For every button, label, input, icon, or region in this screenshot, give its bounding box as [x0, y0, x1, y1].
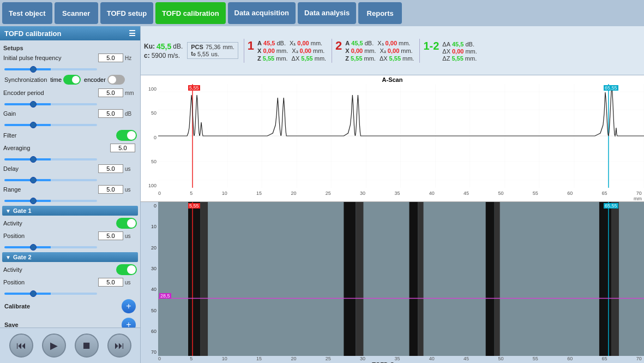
ku-label: Ku: [144, 43, 155, 50]
forward-button[interactable]: ⏭ [107, 334, 131, 358]
pcs-row: PCS 75,36 mm. [191, 44, 234, 50]
ch12-dz-label: ΔZ [442, 55, 450, 62]
x15: 15 [256, 191, 262, 196]
data-analysis-button[interactable]: Data analysis [298, 2, 356, 24]
c-label: c: [144, 52, 150, 59]
ku-row: Ku: 45,5 dB. [144, 42, 183, 51]
x10: 10 [222, 191, 227, 196]
gate2-activity-toggle[interactable] [116, 264, 137, 275]
ty70: 70 [151, 349, 157, 355]
ch1-a-row: A 45,5 dB. X₁ 0,00 mm. [257, 40, 326, 47]
encoder-period-slider[interactable] [4, 103, 97, 105]
ch2-a-label: A [345, 40, 350, 47]
gate1-position-input[interactable] [98, 231, 123, 240]
averaging-slider[interactable] [4, 158, 97, 160]
gain-input[interactable] [98, 109, 123, 118]
test-object-button[interactable]: Test object [2, 2, 52, 24]
ch2-x-row: X 0,00 mm. X₂ 0,00 mm. [345, 47, 414, 55]
right-area: Ku: 45,5 dB. c: 5900 m/s. PCS 75,36 mm. [141, 26, 644, 363]
top-navigation: Test object Scanner TOFD setup TOFD cali… [0, 0, 644, 26]
gate2-slider[interactable] [4, 293, 97, 295]
ch12-dx-unit: mm. [465, 48, 477, 55]
ch12-top: 1-2 ΔA 45,5 dB. ΔX 0,00 mm. [423, 40, 477, 62]
tofd-setup-button[interactable]: TOFD setup [100, 2, 153, 24]
ch2-a-row: A 45,5 dB. X₁ 0,00 mm. [345, 40, 414, 47]
x65: 65 [601, 191, 607, 196]
y-50-top: 50 [151, 110, 157, 116]
averaging-input[interactable] [110, 144, 135, 152]
filter-toggle[interactable] [116, 130, 137, 141]
delay-input[interactable] [98, 164, 123, 173]
tx25: 25 [326, 356, 331, 361]
range-input[interactable] [98, 185, 123, 194]
svg-rect-28 [486, 202, 495, 356]
ty40: 40 [151, 287, 157, 292]
range-slider[interactable] [4, 200, 97, 202]
initial-pulse-freq-input[interactable] [98, 53, 123, 62]
initial-pulse-freq-slider[interactable] [4, 68, 97, 70]
pcs-section: PCS 75,36 mm. t₀ 5,55 us. [187, 42, 238, 59]
ku-val: 45,5 [157, 42, 171, 51]
t0-unit: us. [211, 51, 219, 57]
gate1-position-row: Position us [2, 231, 138, 241]
x55: 55 [533, 191, 538, 196]
scan-area: A-Scan 100 50 0 50 100 [141, 75, 644, 363]
delay-slider[interactable] [4, 179, 97, 181]
x20: 20 [291, 191, 296, 196]
channel1-block: 1 A 45,5 dB. X₁ 0,00 mm. X 0,00 [244, 39, 329, 63]
ch12-dx-row: ΔX 0,00 mm. [442, 48, 477, 55]
gate2-position-input[interactable] [98, 278, 123, 287]
gate1-activity-toggle[interactable] [116, 218, 137, 229]
ch1-x2-label: X₂ [292, 47, 298, 55]
info-bar: Ku: 45,5 dB. c: 5900 m/s. PCS 75,36 mm. [141, 26, 644, 75]
pcs-unit: mm. [222, 44, 234, 50]
initial-pulse-freq-slider-row [2, 64, 138, 72]
save-button[interactable]: + [122, 318, 136, 328]
c-unit: m/s. [167, 52, 180, 59]
gain-slider[interactable] [4, 124, 97, 126]
ch2-z-unit: mm. [364, 55, 376, 62]
ascan-content: 100 50 0 50 100 [141, 84, 644, 191]
sync-encoder-option: encoder [84, 75, 125, 85]
calibrate-button[interactable]: + [122, 299, 136, 313]
rewind-button[interactable]: ⏮ [9, 334, 33, 358]
ch1-dx-label: ΔX [292, 55, 300, 62]
tx65: 65 [601, 356, 607, 361]
averaging-label: Averaging [3, 145, 110, 151]
encoder-period-row: Encoder period mm [2, 88, 138, 98]
sync-row: Synchronization time encoder [2, 73, 138, 86]
ty10: 10 [151, 224, 157, 229]
initial-pulse-freq-label: Initial pulse frequency [3, 55, 98, 61]
scanner-button[interactable]: Scanner [55, 2, 98, 24]
x35: 35 [394, 191, 400, 196]
delay-unit: us [125, 166, 137, 172]
ch2-a-unit: dB. [365, 40, 374, 47]
menu-icon[interactable]: ☰ [129, 29, 136, 38]
tofd-calibration-button[interactable]: TOFD calibration [155, 2, 226, 24]
play-button[interactable]: ▶ [42, 334, 66, 358]
ch1-z-val: 5,55 [263, 55, 274, 62]
ch12-dz-row: ΔZ 5,55 mm. [442, 55, 477, 62]
ch12-dz-val: 5,55 [452, 55, 463, 62]
encoder-period-slider-row [2, 99, 138, 107]
sync-encoder-toggle[interactable] [107, 75, 125, 85]
sync-time-toggle[interactable] [63, 75, 81, 85]
c-row: c: 5900 m/s. [144, 52, 183, 59]
t0-row: t₀ 5,55 us. [191, 50, 234, 57]
ch2-dx-label: ΔX [380, 55, 388, 62]
encoder-period-input[interactable] [98, 88, 123, 97]
ch1-a-val: 45,5 [263, 40, 275, 47]
gate1-header: ▼ Gate 1 [2, 206, 138, 216]
ch2-data: A 45,5 dB. X₁ 0,00 mm. X 0,00 mm. X₂ [345, 40, 414, 62]
tofd-yaxis: 0 10 20 30 40 50 60 70 [141, 202, 158, 356]
stop-button[interactable]: ⏹ [75, 334, 99, 358]
panel-content: Setups Initial pulse frequency Hz Synchr… [0, 40, 140, 328]
ch1-a-label: A [257, 40, 262, 47]
reports-button[interactable]: Reports [358, 2, 402, 24]
gate1-slider[interactable] [4, 246, 97, 248]
ch2-dx-val: 5,55 [389, 55, 401, 62]
t0-val: 5,55 [197, 51, 209, 57]
ch1-z-label: Z [257, 55, 261, 62]
ty0: 0 [154, 203, 157, 209]
data-acquisition-button[interactable]: Data acquisition [228, 2, 296, 24]
